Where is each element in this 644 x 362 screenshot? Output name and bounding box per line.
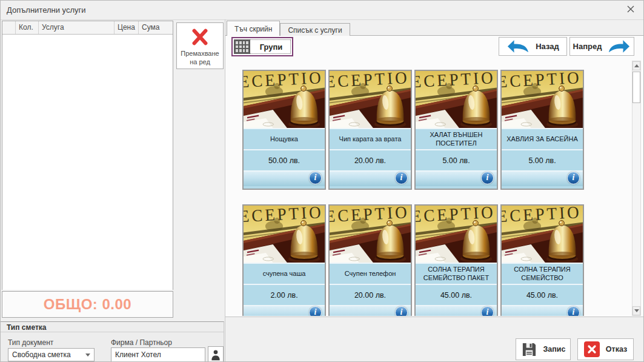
product-photo <box>244 71 325 128</box>
groups-label: Групи <box>250 42 292 52</box>
forward-label: Напред <box>573 42 602 51</box>
column-header-price: Цена <box>115 21 139 34</box>
title-divider <box>1 19 644 20</box>
product-photo <box>502 71 583 128</box>
forward-arrow-icon <box>608 38 631 55</box>
remove-row-label: Премахване на ред <box>178 49 222 67</box>
total-box: ОБЩО: 0.00 <box>2 291 173 318</box>
product-tile-chip-karta[interactable]: Чип карата за врата 20.00 лв. i <box>328 70 412 190</box>
red-x-icon <box>190 28 210 46</box>
product-tile-solna-terapia-paket[interactable]: СОЛНА ТЕРАПИЯ СЕМЕЙСТВО ПАКЕТ 45.00 лв. … <box>414 204 498 316</box>
document-type-value: Свободна сметка <box>12 350 71 359</box>
product-price: 5.00 лв. <box>502 149 583 170</box>
scrollbar-thumb[interactable] <box>632 72 640 103</box>
product-photo <box>330 206 411 263</box>
save-floppy-icon <box>521 341 537 358</box>
product-name: СОЛНА ТЕРАПИЯ СЕМЕЙСТВО <box>502 263 583 284</box>
product-price: 45.00 лв. <box>416 284 497 305</box>
product-info-strip: i <box>502 305 583 316</box>
product-info-strip: i <box>330 170 411 186</box>
product-price: 20.00 лв. <box>330 284 411 305</box>
info-icon[interactable]: i <box>481 306 494 316</box>
account-type-panel: Тип сметка Тип документ Фирма / Партньор… <box>1 321 224 362</box>
info-icon[interactable]: i <box>567 172 580 184</box>
product-info-strip: i <box>502 170 583 186</box>
partner-lookup-button[interactable] <box>208 346 224 362</box>
back-button[interactable]: Назад <box>499 37 567 56</box>
column-header-sum: Сума <box>139 21 171 34</box>
scroll-down-button[interactable] <box>632 306 640 315</box>
product-tile-schupena-chasha[interactable]: счупена чаша 2.00 лв. i <box>242 204 326 316</box>
product-info-strip: i <box>330 305 411 316</box>
save-button[interactable]: Запис <box>516 338 571 360</box>
product-photo <box>330 71 411 128</box>
back-arrow-icon <box>506 38 529 55</box>
partner-label: Фирма / Партньор <box>111 338 172 347</box>
product-name: СОЛНА ТЕРАПИЯ СЕМЕЙСТВО ПАКЕТ <box>416 263 497 284</box>
product-price: 20.00 лв. <box>330 149 411 170</box>
grid-icon <box>234 39 250 54</box>
info-icon[interactable]: i <box>309 172 322 184</box>
product-name: Нощувка <box>244 128 325 149</box>
chevron-down-icon <box>85 354 90 357</box>
product-info-strip: i <box>244 170 325 186</box>
product-info-strip: i <box>416 170 497 186</box>
info-icon[interactable]: i <box>567 306 580 316</box>
product-tile-schupen-telefon[interactable]: Счупен телефон 20.00 лв. i <box>328 204 412 316</box>
product-tile-halat[interactable]: ХАЛАТ ВЪНШЕН ПОСЕТИТЕЛ 5.00 лв. i <box>414 70 498 190</box>
product-name: ХАЛАТ ВЪНШЕН ПОСЕТИТЕЛ <box>416 128 497 149</box>
info-icon[interactable]: i <box>395 306 408 316</box>
tab-strip: Тъч скрийн Списък с услуги <box>227 21 350 36</box>
additional-services-dialog: Допълнителни услуги Кол. Услуга Цена Сум… <box>0 0 644 362</box>
tab-service-list[interactable]: Списък с услуги <box>280 23 350 36</box>
person-icon <box>211 349 221 361</box>
order-table-body <box>2 35 173 290</box>
column-header-qty: Кол. <box>16 21 39 34</box>
product-photo <box>416 206 497 263</box>
product-name: ХАВЛИЯ ЗА БАСЕЙНА <box>502 128 583 149</box>
product-tile-noshtuvka[interactable]: Нощувка 50.00 лв. i <box>242 70 326 190</box>
footer-bar: Запис Отказ <box>225 317 644 362</box>
cancel-x-icon <box>584 341 600 357</box>
triangle-up-icon <box>634 64 639 67</box>
tab-touch-screen[interactable]: Тъч скрийн <box>227 21 280 36</box>
product-photo <box>416 71 497 128</box>
cancel-label: Отказ <box>606 345 627 354</box>
order-table-header: Кол. Услуга Цена Сума <box>2 21 173 35</box>
document-type-select[interactable]: Свободна сметка <box>8 348 95 361</box>
triangle-down-icon <box>634 309 639 312</box>
info-icon[interactable]: i <box>395 172 408 184</box>
back-label: Назад <box>536 42 559 51</box>
groups-button[interactable]: Групи <box>231 37 293 56</box>
product-price: 5.00 лв. <box>416 149 497 170</box>
product-price: 2.00 лв. <box>244 284 325 305</box>
remove-row-button[interactable]: Премахване на ред <box>176 22 224 69</box>
total-value: ОБЩО: 0.00 <box>44 296 131 313</box>
product-photo <box>244 206 325 263</box>
product-photo <box>502 206 583 263</box>
scroll-up-button[interactable] <box>632 61 640 70</box>
order-table[interactable]: Кол. Услуга Цена Сума <box>2 21 173 290</box>
product-price: 45.00 лв. <box>502 284 583 305</box>
cancel-button[interactable]: Отказ <box>577 338 634 360</box>
save-label: Запис <box>543 345 566 354</box>
account-section-title: Тип сметка <box>1 322 224 332</box>
close-icon[interactable] <box>623 2 639 16</box>
product-name: Чип карата за врата <box>330 128 411 149</box>
product-tile-havlia[interactable]: ХАВЛИЯ ЗА БАСЕЙНА 5.00 лв. i <box>500 70 584 190</box>
product-name: Счупен телефон <box>330 263 411 284</box>
column-header-service: Услуга <box>39 21 115 34</box>
partner-input[interactable] <box>111 347 205 362</box>
product-price: 50.00 лв. <box>244 149 325 170</box>
column-header-empty <box>2 21 16 34</box>
product-tile-solna-terapia[interactable]: СОЛНА ТЕРАПИЯ СЕМЕЙСТВО 45.00 лв. i <box>500 204 584 316</box>
vertical-scrollbar[interactable] <box>632 61 641 316</box>
product-name: счупена чаша <box>244 263 325 284</box>
forward-button[interactable]: Напред <box>569 37 634 56</box>
product-info-strip: i <box>244 305 325 316</box>
document-type-label: Тип документ <box>8 338 53 347</box>
product-info-strip: i <box>416 305 497 316</box>
dialog-title: Допълнителни услуги <box>7 5 86 15</box>
info-icon[interactable]: i <box>309 306 322 316</box>
info-icon[interactable]: i <box>481 172 494 184</box>
